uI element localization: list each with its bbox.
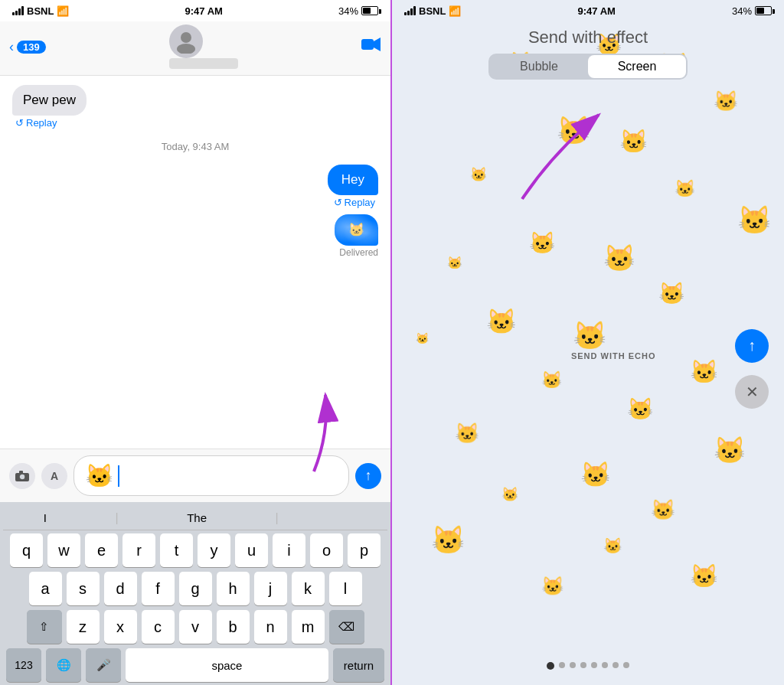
dot-7 bbox=[612, 662, 619, 668]
cat-26: 🐱 bbox=[603, 537, 622, 555]
key-m[interactable]: m bbox=[292, 610, 325, 644]
send-button-right[interactable]: ↑ bbox=[735, 329, 769, 363]
battery-icon-left bbox=[361, 6, 378, 15]
battery-pct-right: 34% bbox=[732, 5, 752, 17]
camera-button[interactable] bbox=[9, 463, 35, 489]
key-d[interactable]: d bbox=[104, 572, 137, 605]
key-o[interactable]: o bbox=[310, 533, 343, 567]
key-h[interactable]: h bbox=[217, 572, 250, 605]
svg-point-0 bbox=[181, 32, 191, 43]
key-u[interactable]: u bbox=[235, 533, 268, 567]
key-return[interactable]: return bbox=[333, 648, 384, 682]
key-microphone[interactable]: 🎤 bbox=[86, 648, 121, 682]
key-v[interactable]: v bbox=[179, 610, 212, 644]
message-input[interactable]: 🐱 bbox=[74, 455, 349, 496]
svg-marker-3 bbox=[374, 38, 381, 51]
cat-19: 🐱 bbox=[627, 396, 654, 422]
key-s[interactable]: s bbox=[67, 572, 100, 605]
key-t[interactable]: t bbox=[160, 533, 193, 567]
cat-12: 🐱 bbox=[447, 256, 462, 270]
dot-5 bbox=[591, 662, 597, 668]
keyboard: I | The | q w e r t y u i o p a s bbox=[0, 502, 390, 685]
key-y[interactable]: y bbox=[198, 533, 230, 567]
right-status-bar: BSNL 📶 9:47 AM 34% bbox=[392, 0, 784, 21]
key-e[interactable]: e bbox=[85, 533, 118, 567]
key-b[interactable]: b bbox=[217, 610, 250, 644]
carrier-right: BSNL bbox=[419, 5, 446, 17]
key-shift[interactable]: ⇧ bbox=[27, 610, 62, 644]
cancel-button-right[interactable]: ✕ bbox=[735, 375, 769, 409]
key-row-3: ⇧ z x c v b n m ⌫ bbox=[6, 610, 384, 644]
left-status-bar: BSNL 📶 9:47 AM 34% bbox=[0, 0, 390, 21]
key-numbers[interactable]: 123 bbox=[6, 648, 41, 682]
cat-20: 🐱 bbox=[455, 422, 479, 445]
avatar bbox=[169, 24, 203, 58]
key-a[interactable]: a bbox=[29, 572, 62, 605]
key-f[interactable]: f bbox=[142, 572, 175, 605]
back-count-badge[interactable]: 139 bbox=[17, 41, 46, 54]
tab-screen[interactable]: Screen bbox=[588, 55, 686, 78]
cats-container: 🐱 🐱 🐱 🐱 🐱 🐱 🐱 🐱 🐱 🐱 🐱 🐱 🐱 🐱 🐱 🐱 🐱 🐱 🐱 🐱 … bbox=[392, 0, 784, 639]
key-globe[interactable]: 🌐 bbox=[46, 648, 81, 682]
contact-name-bar bbox=[169, 58, 238, 69]
key-z[interactable]: z bbox=[67, 610, 100, 644]
key-q[interactable]: q bbox=[10, 533, 43, 567]
key-g[interactable]: g bbox=[179, 572, 212, 605]
outgoing-message-hey: Hey Replay bbox=[12, 165, 378, 208]
nav-bar-left: ‹ 139 bbox=[0, 21, 390, 76]
svg-point-5 bbox=[19, 474, 25, 480]
cat-21: 🐱 bbox=[714, 435, 746, 465]
send-button-left[interactable]: ↑ bbox=[355, 463, 381, 489]
cat-4: 🐱 bbox=[714, 90, 738, 113]
page-dots bbox=[392, 662, 784, 670]
key-p[interactable]: p bbox=[348, 533, 381, 567]
wifi-icon-left: 📶 bbox=[57, 5, 69, 17]
replay-outgoing[interactable]: Replay bbox=[334, 197, 375, 208]
dot-6 bbox=[602, 662, 608, 668]
cat-27: 🐱 bbox=[690, 563, 718, 589]
cat-22: 🐱 bbox=[580, 460, 611, 489]
suggestion-the[interactable]: The bbox=[187, 511, 207, 525]
cat-23: 🐱 bbox=[501, 486, 518, 503]
app-button[interactable]: A bbox=[41, 463, 67, 489]
key-x[interactable]: x bbox=[104, 610, 137, 644]
key-backspace[interactable]: ⌫ bbox=[329, 610, 364, 644]
cat-11: 🐱 bbox=[603, 243, 635, 273]
key-j[interactable]: j bbox=[254, 572, 287, 605]
back-button[interactable]: ‹ 139 bbox=[9, 39, 46, 55]
left-status-left: BSNL 📶 bbox=[12, 5, 69, 17]
suggestion-i[interactable]: I bbox=[44, 511, 47, 525]
replay-incoming[interactable]: Replay bbox=[15, 117, 57, 129]
key-row-4: 123 🌐 🎤 space return bbox=[6, 648, 384, 682]
delivered-label: Delivered bbox=[339, 247, 378, 258]
echo-label: SEND WITH ECHO bbox=[571, 351, 656, 360]
right-phone-panel: BSNL 📶 9:47 AM 34% Send with effect Bubb… bbox=[392, 0, 784, 685]
key-r[interactable]: r bbox=[122, 533, 155, 567]
outgoing-message-sparkle: 🐱 Delivered bbox=[12, 214, 378, 258]
right-status-left: BSNL 📶 bbox=[404, 5, 461, 17]
signal-bars bbox=[12, 6, 24, 15]
key-space[interactable]: space bbox=[126, 648, 328, 682]
key-w[interactable]: w bbox=[47, 533, 80, 567]
send-effect-title: Send with effect bbox=[392, 21, 784, 51]
incoming-message: Pew pew Replay bbox=[12, 85, 378, 129]
chevron-left-icon: ‹ bbox=[9, 39, 14, 55]
cat-14: 🐱 bbox=[486, 307, 517, 336]
tab-bubble[interactable]: Bubble bbox=[490, 55, 588, 78]
keyboard-suggestions: I | The | bbox=[3, 508, 387, 530]
cat-15: 🐱 bbox=[573, 320, 607, 352]
text-cursor bbox=[118, 465, 119, 487]
key-n[interactable]: n bbox=[254, 610, 287, 644]
cat-10: 🐱 bbox=[529, 230, 556, 256]
contact-info[interactable] bbox=[169, 24, 238, 69]
video-call-button[interactable] bbox=[361, 37, 381, 57]
cat-16: 🐱 bbox=[416, 332, 429, 344]
key-i[interactable]: i bbox=[273, 533, 305, 567]
key-row-1: q w e r t y u i o p bbox=[6, 533, 384, 567]
key-c[interactable]: c bbox=[142, 610, 175, 644]
key-k[interactable]: k bbox=[292, 572, 325, 605]
battery-pct-left: 34% bbox=[338, 5, 358, 17]
cat-6: 🐱 bbox=[619, 128, 648, 155]
key-l[interactable]: l bbox=[329, 572, 362, 605]
cat-25: 🐱 bbox=[431, 524, 466, 556]
